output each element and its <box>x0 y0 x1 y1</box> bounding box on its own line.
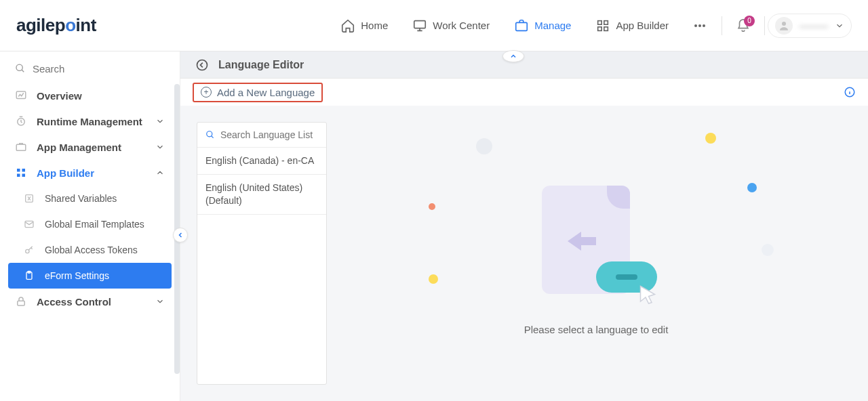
language-item[interactable]: English (United States) (Default) <box>197 175 326 215</box>
svg-rect-3 <box>604 20 608 24</box>
svg-rect-15 <box>22 169 26 172</box>
user-name: ——— <box>800 20 828 31</box>
nav-workcenter-label: Work Center <box>433 20 490 31</box>
sidebar-search-input[interactable] <box>33 63 165 75</box>
decor-bubble <box>747 183 757 192</box>
chevron-down-icon <box>155 297 165 306</box>
chevron-left-icon <box>176 231 184 239</box>
sidebar-item-label: App Management <box>37 142 121 153</box>
sidebar-item-access[interactable]: Access Control <box>0 289 180 314</box>
grid-icon <box>595 18 610 33</box>
sidebar-sub-emailtpl[interactable]: Global Email Templates <box>8 211 172 237</box>
sidebar-item-runtime[interactable]: Runtime Management <box>0 108 180 134</box>
clock-icon <box>15 115 27 127</box>
language-search-input[interactable] <box>220 129 318 140</box>
sidebar-item-overview[interactable]: Overview <box>0 83 180 108</box>
add-language-label: Add a New Language <box>217 87 315 98</box>
chevron-up-icon <box>155 168 165 177</box>
search-icon <box>15 62 26 75</box>
svg-rect-4 <box>598 26 602 30</box>
search-icon <box>205 129 215 140</box>
sidebar-sub-sharedvars[interactable]: Shared Variables <box>8 186 172 211</box>
info-icon <box>844 86 856 98</box>
sidebar-item-appmgmt[interactable]: App Management <box>0 134 180 160</box>
cursor-icon <box>635 283 660 308</box>
decor-bubble <box>429 274 438 284</box>
svg-rect-16 <box>17 174 20 177</box>
sidebar-sub-eform[interactable]: eForm Settings <box>8 263 172 289</box>
divider <box>722 16 722 35</box>
nav-home[interactable]: Home <box>328 14 400 37</box>
svg-point-10 <box>16 64 22 70</box>
add-language-button[interactable]: + Add a New Language <box>193 83 323 102</box>
sidebar-item-label: Overview <box>37 90 82 102</box>
key-icon <box>23 244 35 256</box>
chevron-down-icon <box>155 117 165 126</box>
svg-point-6 <box>694 24 697 27</box>
breadcrumb: Language Editor <box>180 51 868 79</box>
monitor-icon <box>412 18 427 33</box>
language-panel: English (Canada) - en-CA English (United… <box>197 122 327 385</box>
svg-rect-17 <box>22 174 26 177</box>
empty-illustration <box>535 172 657 308</box>
nav-home-label: Home <box>361 20 388 31</box>
svg-point-26 <box>207 131 212 137</box>
svg-point-8 <box>703 24 705 27</box>
collapse-sidebar-handle[interactable] <box>173 228 188 242</box>
home-icon <box>340 18 355 33</box>
svg-rect-2 <box>598 20 602 24</box>
notifications[interactable]: 0 <box>725 18 762 33</box>
language-item[interactable]: English (Canada) - en-CA <box>197 148 326 175</box>
empty-state-text: Please select a language to edit <box>524 324 669 335</box>
nav-workcenter[interactable]: Work Center <box>400 14 502 37</box>
chevron-down-icon <box>155 142 165 152</box>
sidebar-item-label: App Builder <box>37 167 94 179</box>
clipboard-icon <box>23 270 35 282</box>
page-title: Language Editor <box>218 59 304 71</box>
user-menu[interactable]: ——— <box>768 14 852 38</box>
nav-manage-label: Manage <box>534 20 571 31</box>
nav-appbuilder[interactable]: App Builder <box>583 14 681 37</box>
mail-icon <box>23 218 35 230</box>
sidebar-sub-label: eForm Settings <box>45 270 109 281</box>
briefcase-icon <box>15 141 27 153</box>
svg-point-24 <box>197 60 208 70</box>
sidebar-sub-label: Global Email Templates <box>45 219 144 230</box>
svg-rect-0 <box>414 20 426 28</box>
sidebar-sub-tokens[interactable]: Global Access Tokens <box>8 237 172 263</box>
divider <box>764 16 765 35</box>
sidebar-item-label: Runtime Management <box>37 116 142 127</box>
arrow-left-icon <box>195 58 209 72</box>
nav-more[interactable] <box>681 18 719 34</box>
avatar-icon <box>775 17 793 35</box>
nav-manage[interactable]: Manage <box>502 14 583 37</box>
grid-icon <box>15 167 27 179</box>
svg-rect-5 <box>604 26 608 30</box>
variable-icon <box>23 192 35 205</box>
chart-icon <box>15 89 27 102</box>
plus-icon: + <box>201 87 212 98</box>
svg-point-9 <box>782 22 786 26</box>
info-button[interactable] <box>844 86 856 98</box>
collapse-top-handle[interactable] <box>502 50 524 62</box>
sidebar-item-appbuilder[interactable]: App Builder <box>0 160 180 186</box>
svg-rect-23 <box>18 301 25 305</box>
sidebar: Overview Runtime Management App Manageme… <box>0 51 180 401</box>
back-button[interactable] <box>195 58 209 72</box>
svg-rect-13 <box>16 144 26 150</box>
sidebar-item-label: Access Control <box>37 296 111 308</box>
svg-rect-1 <box>516 22 528 30</box>
empty-state: Please select a language to edit <box>340 122 852 385</box>
language-search[interactable] <box>197 123 326 148</box>
decor-bubble <box>429 203 435 210</box>
svg-rect-14 <box>17 169 20 172</box>
notif-badge: 0 <box>744 16 755 26</box>
sidebar-sub-label: Shared Variables <box>45 193 117 204</box>
more-icon <box>692 18 708 34</box>
decor-bubble <box>762 244 774 256</box>
lock-icon <box>15 295 27 308</box>
sidebar-sub-label: Global Access Tokens <box>45 245 138 255</box>
sidebar-search[interactable] <box>0 51 180 83</box>
nav-appbuilder-label: App Builder <box>616 20 669 31</box>
chevron-up-icon <box>509 52 517 60</box>
